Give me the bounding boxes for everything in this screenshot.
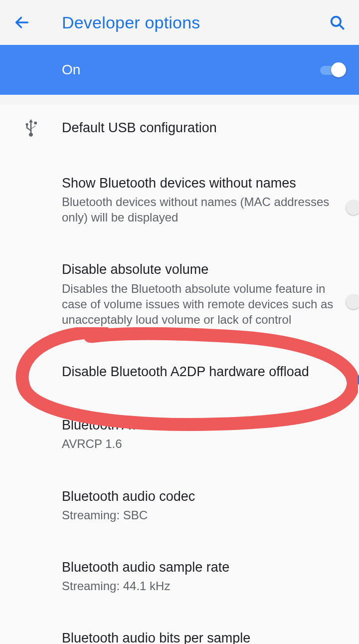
page-title: Developer options (33, 13, 326, 32)
setting-title: Disable Bluetooth A2DP hardware offload (62, 363, 336, 381)
setting-title: Show Bluetooth devices without names (62, 175, 336, 192)
setting-title: Disable absolute volume (62, 261, 336, 278)
toggle-thumb (357, 372, 359, 387)
setting-subtitle: AVRCP 1.6 (62, 436, 336, 451)
usb-icon (22, 118, 39, 139)
setting-usb-config[interactable]: Default USB configuration (0, 105, 359, 152)
setting-subtitle: Disables the Bluetooth absolute volume f… (62, 281, 336, 328)
setting-bt-sample-rate[interactable]: Bluetooth audio sample rate Streaming: 4… (0, 546, 359, 607)
setting-subtitle: Streaming: 44.1 kHz (62, 578, 336, 594)
setting-bt-a2dp-offload[interactable]: Disable Bluetooth A2DP hardware offload (0, 350, 359, 394)
setting-subtitle: Streaming: SBC (62, 507, 336, 523)
setting-title: Bluetooth AVRCP version (62, 417, 336, 434)
setting-title: Bluetooth audio bits per sample (62, 630, 336, 644)
master-switch-label: On (62, 62, 80, 78)
master-switch-row[interactable]: On (0, 45, 359, 95)
toggle-thumb (331, 62, 346, 77)
setting-bt-no-names[interactable]: Show Bluetooth devices without names Blu… (0, 162, 359, 238)
master-switch-toggle[interactable] (320, 62, 346, 77)
setting-bt-avrcp[interactable]: Bluetooth AVRCP version AVRCP 1.6 (0, 404, 359, 464)
app-bar: Developer options (0, 0, 359, 45)
toggle-thumb (346, 200, 359, 215)
arrow-left-icon (13, 14, 30, 31)
setting-bt-codec[interactable]: Bluetooth audio codec Streaming: SBC (0, 475, 359, 536)
setting-title: Default USB configuration (62, 119, 336, 137)
svg-line-2 (340, 25, 344, 29)
settings-list: Default USB configuration Show Bluetooth… (0, 105, 359, 644)
search-button[interactable] (326, 11, 348, 33)
setting-bt-bits[interactable]: Bluetooth audio bits per sample (0, 617, 359, 644)
setting-subtitle: Bluetooth devices without names (MAC add… (62, 194, 336, 225)
setting-title: Bluetooth audio sample rate (62, 559, 336, 576)
toggle-thumb (346, 294, 359, 309)
search-icon (329, 14, 346, 31)
setting-bt-abs-vol[interactable]: Disable absolute volume Disables the Blu… (0, 248, 359, 340)
back-button[interactable] (11, 11, 33, 33)
setting-title: Bluetooth audio codec (62, 488, 336, 505)
